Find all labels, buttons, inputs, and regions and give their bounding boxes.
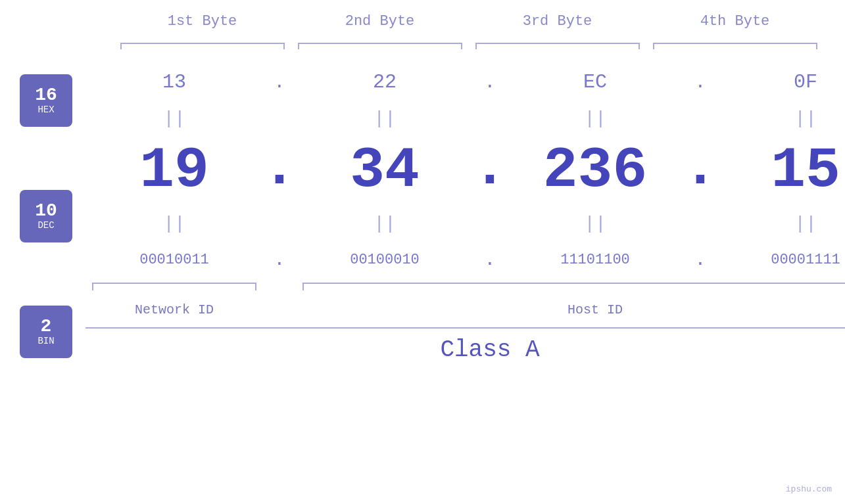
host-id-bracket	[296, 283, 845, 299]
bracket-byte2	[291, 36, 469, 49]
eq1-byte4: ||	[794, 102, 817, 135]
byte3-dec-value: 236	[543, 135, 647, 207]
byte3-hex-value: EC	[583, 62, 607, 102]
bottom-brackets-row	[85, 283, 845, 299]
bin-badge-number: 2	[41, 317, 52, 336]
class-a-label: Class A	[85, 336, 845, 363]
dot-hex-1: .	[263, 62, 296, 102]
byte1-header: 1st Byte	[114, 13, 291, 30]
eq2-byte1: ||	[163, 207, 185, 240]
eq2-byte3: ||	[584, 207, 606, 240]
dot-dec-2: .	[473, 135, 506, 207]
byte3-bin-cell: 11101100	[506, 240, 684, 279]
dec-badge-number: 10	[35, 202, 57, 220]
byte2-bin-cell: 00100010	[296, 240, 473, 279]
class-section: Class A	[85, 327, 845, 363]
main-content-area: 16 HEX 10 DEC 2 BIN 13 . 22	[0, 62, 845, 363]
dec-badge: 10 DEC	[20, 190, 72, 242]
dot-dec-3: .	[684, 135, 717, 207]
hex-badge: 16 HEX	[20, 74, 72, 127]
byte2-hex-cell: 22	[296, 62, 473, 102]
byte4-eq2: ||	[717, 207, 845, 240]
byte4-bin-value: 00001111	[771, 240, 840, 279]
network-id-label: Network ID	[85, 302, 263, 317]
bracket-byte3	[469, 36, 646, 49]
dec-badge-label: DEC	[37, 220, 54, 231]
bin-badge-label: BIN	[37, 336, 54, 346]
byte1-bin-value: 00010011	[139, 240, 209, 279]
top-brackets	[0, 36, 845, 49]
dot-bin-1: .	[263, 240, 296, 279]
byte1-eq1: ||	[85, 102, 263, 135]
hex-row: 13 . 22 . EC . 0F	[85, 62, 845, 102]
byte3-hex-cell: EC	[506, 62, 684, 102]
byte4-eq1: ||	[717, 102, 845, 135]
equals-row-1: || || || ||	[85, 102, 845, 135]
dot-eq2-3	[684, 207, 717, 240]
bin-row: 00010011 . 00100010 . 11101100 . 0000111…	[85, 240, 845, 279]
byte3-header: 3rd Byte	[469, 13, 646, 30]
eq1-byte1: ||	[163, 102, 185, 135]
byte2-bin-value: 00100010	[350, 240, 420, 279]
main-container: 1st Byte 2nd Byte 3rd Byte 4th Byte 16 H…	[0, 0, 845, 504]
equals-row-2: || || || ||	[85, 207, 845, 240]
id-labels-row: Network ID Host ID	[85, 302, 845, 317]
hex-badge-number: 16	[35, 86, 57, 104]
network-id-bracket	[85, 283, 263, 299]
byte4-header: 4th Byte	[646, 13, 824, 30]
class-divider	[85, 327, 845, 329]
values-wrapper: 13 . 22 . EC . 0F ||	[85, 62, 845, 363]
byte2-dec-cell: 34	[296, 135, 473, 207]
dot-bin-2: .	[473, 240, 506, 279]
watermark: ipshu.com	[786, 484, 832, 494]
byte1-dec-cell: 19	[85, 135, 263, 207]
byte1-dec-value: 19	[139, 135, 209, 207]
byte1-eq2: ||	[85, 207, 263, 240]
dot-dec-1: .	[263, 135, 296, 207]
byte4-hex-cell: 0F	[717, 62, 845, 102]
bracket-byte1	[114, 36, 291, 49]
bracket-byte4	[646, 36, 824, 49]
dot-eq1-3	[684, 102, 717, 135]
eq1-byte2: ||	[374, 102, 396, 135]
byte2-header: 2nd Byte	[291, 13, 469, 30]
bin-badge: 2 BIN	[20, 306, 72, 358]
byte-headers: 1st Byte 2nd Byte 3rd Byte 4th Byte	[0, 13, 845, 30]
byte3-eq1: ||	[506, 102, 684, 135]
dot-eq2-2	[473, 207, 506, 240]
dot-hex-2: .	[473, 62, 506, 102]
host-id-label: Host ID	[296, 302, 845, 317]
byte4-dec-cell: 15	[717, 135, 845, 207]
byte3-dec-cell: 236	[506, 135, 684, 207]
byte3-eq2: ||	[506, 207, 684, 240]
dot-eq1-1	[263, 102, 296, 135]
byte4-hex-value: 0F	[794, 62, 817, 102]
byte3-bin-value: 11101100	[560, 240, 630, 279]
dec-row: 19 . 34 . 236 . 15	[85, 135, 845, 207]
byte2-hex-value: 22	[373, 62, 397, 102]
eq1-byte3: ||	[584, 102, 606, 135]
eq2-byte2: ||	[374, 207, 396, 240]
hex-badge-label: HEX	[37, 104, 54, 115]
byte1-bin-cell: 00010011	[85, 240, 263, 279]
dot-eq2-1	[263, 207, 296, 240]
badges-column: 16 HEX 10 DEC 2 BIN	[20, 62, 72, 363]
byte1-hex-cell: 13	[85, 62, 263, 102]
byte2-eq2: ||	[296, 207, 473, 240]
byte2-dec-value: 34	[350, 135, 420, 207]
dot-hex-3: .	[684, 62, 717, 102]
byte1-hex-value: 13	[162, 62, 186, 102]
eq2-byte4: ||	[794, 207, 817, 240]
byte4-dec-value: 15	[771, 135, 840, 207]
dot-eq1-2	[473, 102, 506, 135]
dot-bin-3: .	[684, 240, 717, 279]
byte4-bin-cell: 00001111	[717, 240, 845, 279]
byte2-eq1: ||	[296, 102, 473, 135]
